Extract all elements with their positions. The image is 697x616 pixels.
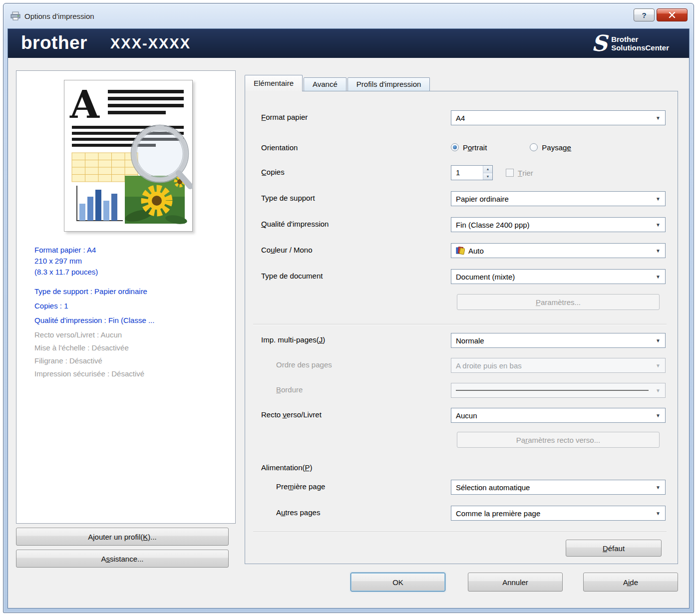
- ordre-pages-value: A droite puis en bas: [456, 361, 522, 370]
- border-style-preview: [456, 390, 649, 391]
- aide-button[interactable]: Ai̲de: [583, 573, 678, 592]
- solutions-center-s-logo: S: [591, 32, 607, 54]
- qualite-impression-label: Q̲ualité d'impression: [261, 220, 329, 228]
- solutions-center-label: Brother SolutionsCenter: [611, 35, 669, 52]
- screen: Options d'impression ? brother XXX-XXXX: [0, 0, 697, 616]
- tab-avance[interactable]: Avancé: [304, 77, 347, 91]
- type-document-value: Document (mixte): [456, 273, 515, 281]
- multi-pages-value: Normale: [456, 336, 484, 345]
- recto-verso-value: Aucun: [456, 411, 477, 420]
- type-support-value: Papier ordinaire: [456, 195, 509, 203]
- separator: [253, 532, 667, 533]
- window-title: Options d'impression: [24, 12, 94, 20]
- bordure-label: B̲ordure: [276, 385, 303, 394]
- copies-spinner[interactable]: 1 ▲ ▼: [451, 165, 493, 180]
- type-support-label: Type de support: [261, 194, 315, 202]
- dialog-body: brother XXX-XXXX S Brother SolutionsCent…: [7, 28, 690, 609]
- tab-panel-elementaire: F̲ormat papier A4 ▼ Orientation Po̲rtrai…: [245, 91, 678, 564]
- model-number: XXX-XXXX: [110, 35, 191, 52]
- annuler-button[interactable]: Annuler: [468, 573, 563, 592]
- assistance-button[interactable]: As̲sistance...: [16, 550, 229, 568]
- spinner-down-button[interactable]: ▼: [483, 173, 492, 180]
- spinner-down-icon: ▼: [486, 175, 490, 178]
- chevron-down-icon: ▼: [656, 222, 661, 228]
- defaut-button[interactable]: D̲éfaut: [566, 540, 662, 557]
- preview-impression-securisee: Impression sécurisée : Désactivé: [34, 369, 228, 378]
- format-papier-label: F̲ormat papier: [261, 113, 308, 121]
- solutions-center-link[interactable]: S Brother SolutionsCenter: [591, 32, 676, 54]
- parametres-recto-verso-button[interactable]: Par̲amètres recto verso...: [457, 432, 660, 448]
- couleur-mono-label: Cou̲leur / Mono: [261, 246, 313, 254]
- couleur-mono-value: Auto: [468, 247, 484, 255]
- type-document-select[interactable]: Document (mixte) ▼: [451, 269, 666, 284]
- help-button[interactable]: ?: [634, 8, 655, 21]
- autres-pages-select[interactable]: Comme la première page ▼: [451, 506, 666, 521]
- alimentation-label: Alimentation(P̲): [261, 463, 313, 472]
- chevron-down-icon: ▼: [656, 338, 661, 343]
- premiere-page-select[interactable]: Sélection automatique ▼: [451, 480, 666, 495]
- chevron-down-icon: ▼: [656, 274, 661, 280]
- type-document-label: Type de document: [261, 272, 323, 280]
- titlebar[interactable]: Options d'impression ?: [3, 3, 694, 28]
- premiere-page-label: Prem̲ière page: [276, 482, 325, 491]
- preview-info: Format papier : A4 210 x 297 mm (8.3 x 1…: [34, 246, 228, 382]
- spinner-up-button[interactable]: ▲: [483, 166, 492, 173]
- brand-band: brother XXX-XXXX S Brother SolutionsCent…: [8, 29, 689, 58]
- ordre-pages-select[interactable]: A droite puis en bas ▼: [451, 358, 666, 373]
- chevron-down-icon: ▼: [656, 511, 661, 516]
- trier-label: T̲rier: [518, 169, 533, 177]
- dialog-main: A: [8, 58, 689, 608]
- preview-mise-a-echelle: Mise à l'échelle : Désactivée: [34, 343, 228, 352]
- preview-recto-verso: Recto verso/Livret : Aucun: [34, 330, 228, 339]
- preview-panel: A: [16, 70, 236, 524]
- copies-value[interactable]: 1: [451, 166, 483, 180]
- preview-format-papier: Format papier : A4: [34, 246, 228, 254]
- recto-verso-label: Recto v̲erso/Livret: [261, 410, 322, 419]
- close-icon: [669, 12, 676, 18]
- add-profile-button[interactable]: Ajouter un profil(K̲)...: [16, 528, 229, 546]
- spinner-up-icon: ▲: [486, 167, 490, 171]
- multi-pages-label: Imp. multi-pages(J̲): [261, 335, 325, 344]
- orientation-group: Po̲rtrait Paysage̲: [451, 141, 666, 153]
- trier-checkbox[interactable]: [506, 169, 514, 177]
- qualite-impression-value: Fin (Classe 2400 ppp): [456, 221, 530, 229]
- separator: [253, 324, 667, 325]
- copies-label: C̲opies: [261, 168, 285, 176]
- print-options-window: Options d'impression ? brother XXX-XXXX: [3, 3, 694, 613]
- chevron-down-icon: ▼: [656, 388, 661, 393]
- chevron-down-icon: ▼: [656, 363, 661, 368]
- paysage-radio-circle[interactable]: [530, 143, 538, 151]
- type-support-select[interactable]: Papier ordinaire ▼: [451, 191, 666, 206]
- premiere-page-value: Sélection automatique: [456, 483, 530, 492]
- bordure-select[interactable]: ▼: [451, 383, 666, 398]
- paysage-radio[interactable]: Paysage̲: [530, 143, 571, 152]
- portrait-radio[interactable]: Po̲rtrait: [451, 143, 487, 152]
- chevron-down-icon: ▼: [656, 413, 661, 418]
- orientation-label: Orientation: [261, 143, 298, 152]
- recto-verso-select[interactable]: Aucun ▼: [451, 408, 666, 423]
- tab-elementaire[interactable]: Elémentaire: [245, 75, 303, 91]
- copies-row: 1 ▲ ▼ T̲rier: [451, 165, 666, 180]
- preview-copies: Copies : 1: [34, 302, 228, 310]
- format-papier-select[interactable]: A4 ▼: [451, 110, 666, 125]
- chevron-down-icon: ▼: [656, 485, 661, 490]
- tab-profils-impression[interactable]: Profils d'impression: [348, 77, 430, 91]
- close-button[interactable]: [657, 8, 688, 21]
- document-preview-image: A: [64, 80, 193, 232]
- preview-type-support: Type de support : Papier ordinaire: [34, 287, 228, 296]
- ok-button[interactable]: OK: [350, 573, 445, 592]
- couleur-mono-select[interactable]: Auto ▼: [451, 243, 666, 258]
- format-papier-value: A4: [456, 114, 465, 122]
- color-mode-icon: [456, 247, 465, 255]
- parametres-button[interactable]: P̲aramètres...: [457, 294, 660, 310]
- qualite-impression-select[interactable]: Fin (Classe 2400 ppp) ▼: [451, 217, 666, 232]
- chevron-down-icon: ▼: [656, 196, 661, 202]
- multi-pages-select[interactable]: Normale ▼: [451, 333, 666, 348]
- copies-spinner-buttons: ▲ ▼: [483, 166, 492, 180]
- autres-pages-label: Au̲tres pages: [276, 508, 320, 517]
- preview-filigrane: Filigrane : Désactivé: [34, 356, 228, 365]
- preview-dimensions-mm: 210 x 297 mm: [34, 257, 228, 265]
- preview-qualite: Qualité d'impression : Fin (Classe ...: [34, 316, 228, 324]
- portrait-radio-circle[interactable]: [451, 143, 459, 151]
- svg-text:A: A: [69, 82, 100, 127]
